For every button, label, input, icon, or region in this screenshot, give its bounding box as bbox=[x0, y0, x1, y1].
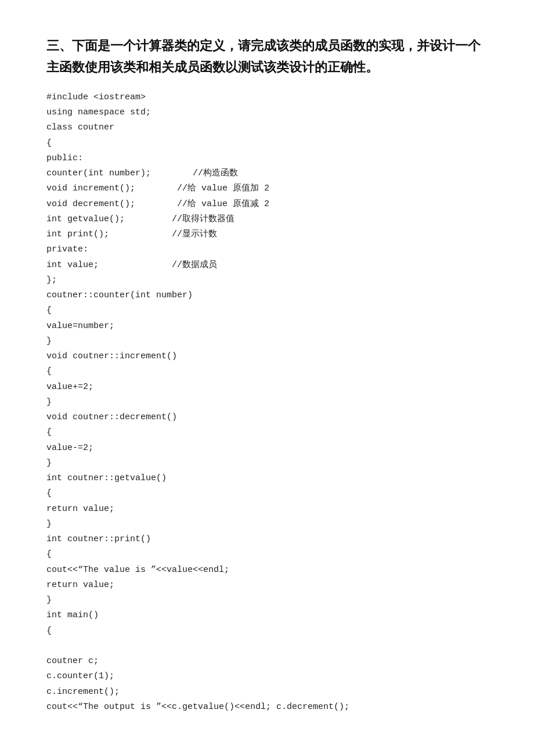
code-line: class coutner bbox=[46, 120, 488, 135]
header-line2: 主函数使用该类和相关成员函数以测试该类设计的正确性。 bbox=[46, 56, 488, 78]
code-line: cout<<“The output is ”<<c.getvalue()<<en… bbox=[46, 700, 488, 715]
code-line: return value; bbox=[46, 578, 488, 593]
code-line: { bbox=[46, 624, 488, 639]
code-line: { bbox=[46, 136, 488, 151]
code-line: #include <iostream> bbox=[46, 90, 488, 105]
code-block: #include <iostream>using namespace std;c… bbox=[46, 90, 488, 715]
code-line: void coutner::increment() bbox=[46, 349, 488, 364]
code-line: private: bbox=[46, 242, 488, 257]
code-line: coutner c; bbox=[46, 654, 488, 669]
code-line: } bbox=[46, 395, 488, 410]
code-line: int value; //数据成员 bbox=[46, 258, 488, 273]
code-line: } bbox=[46, 456, 488, 471]
code-line: int getvalue(); //取得计数器值 bbox=[46, 212, 488, 227]
code-line: c.increment(); bbox=[46, 685, 488, 700]
code-line: } bbox=[46, 517, 488, 532]
code-line: coutner::counter(int number) bbox=[46, 288, 488, 303]
code-line: int print(); //显示计数 bbox=[46, 227, 488, 242]
code-line: { bbox=[46, 486, 488, 501]
code-line bbox=[46, 639, 488, 654]
code-line: { bbox=[46, 425, 488, 440]
code-line: void decrement(); //给 value 原值减 2 bbox=[46, 197, 488, 212]
code-line: { bbox=[46, 364, 488, 379]
code-line: void coutner::decrement() bbox=[46, 410, 488, 425]
code-line: using namespace std; bbox=[46, 105, 488, 120]
code-line: cout<<“The value is ”<<value<<endl; bbox=[46, 563, 488, 578]
code-line: int coutner::getvalue() bbox=[46, 471, 488, 486]
code-line: int coutner::print() bbox=[46, 532, 488, 547]
code-line: c.counter(1); bbox=[46, 669, 488, 684]
code-line: { bbox=[46, 547, 488, 562]
code-line: int main() bbox=[46, 608, 488, 623]
code-line: } bbox=[46, 334, 488, 349]
code-line: return value; bbox=[46, 502, 488, 517]
question-section: 三、下面是一个计算器类的定义，请完成该类的成员函数的实现，并设计一个 主函数使用… bbox=[46, 35, 488, 715]
code-line: value-=2; bbox=[46, 441, 488, 456]
code-line: } bbox=[46, 593, 488, 608]
code-line: public: bbox=[46, 151, 488, 166]
code-line: counter(int number); //构造函数 bbox=[46, 166, 488, 181]
code-line: void increment(); //给 value 原值加 2 bbox=[46, 181, 488, 196]
code-line: value=number; bbox=[46, 319, 488, 334]
code-line: }; bbox=[46, 273, 488, 288]
header-line1: 三、下面是一个计算器类的定义，请完成该类的成员函数的实现，并设计一个 bbox=[46, 35, 488, 56]
question-header: 三、下面是一个计算器类的定义，请完成该类的成员函数的实现，并设计一个 主函数使用… bbox=[46, 35, 488, 78]
code-line: { bbox=[46, 303, 488, 318]
code-line: value+=2; bbox=[46, 380, 488, 395]
